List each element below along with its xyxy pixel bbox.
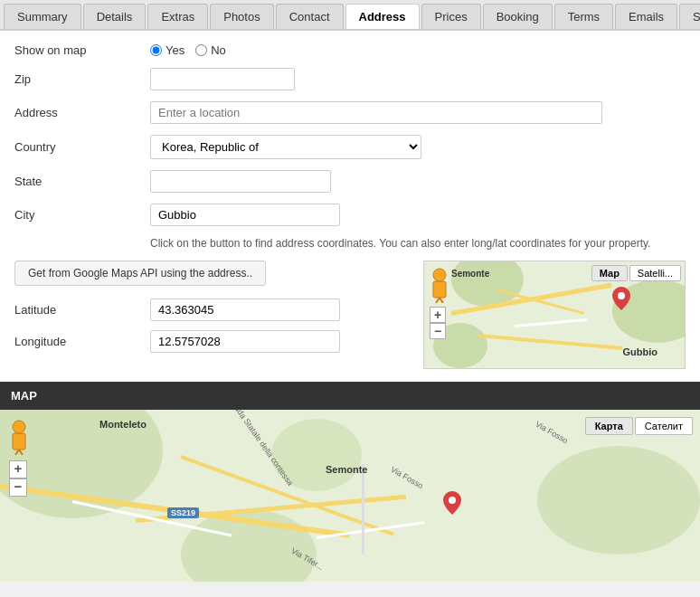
zoom-out-btn[interactable]: −	[430, 323, 446, 339]
svg-point-0	[618, 292, 625, 299]
gubbio-label: Gubbio	[623, 346, 658, 357]
city-label: City	[14, 208, 150, 222]
zip-row: Zip	[14, 68, 686, 90]
address-form: Show on map Yes No Zip Address Country	[0, 31, 700, 382]
yes-radio-label[interactable]: Yes	[150, 43, 184, 57]
svg-line-4	[440, 298, 443, 303]
tabs-bar: Summary Details Extras Photos Contact Ad…	[0, 0, 700, 31]
no-label: No	[211, 43, 226, 57]
full-map-controls: Карта Сателит	[585, 417, 693, 435]
address-field	[150, 101, 686, 124]
full-road-gray-v	[362, 464, 364, 554]
no-radio[interactable]	[195, 44, 207, 56]
latitude-row: Latitude	[14, 298, 409, 321]
tab-photos[interactable]: Photos	[210, 4, 273, 29]
address-input[interactable]	[150, 101, 602, 124]
svg-rect-1	[433, 281, 446, 298]
tab-prices[interactable]: Prices	[421, 4, 481, 29]
country-label: Country	[14, 140, 150, 154]
show-on-map-row: Show on map Yes No	[14, 43, 686, 57]
svg-rect-6	[13, 433, 25, 450]
yes-radio[interactable]	[150, 44, 162, 56]
get-coords-button[interactable]: Get from Google Maps API using the addre…	[14, 261, 266, 286]
city-field	[150, 204, 686, 226]
longitude-row: Longitude	[14, 330, 409, 353]
map-pin	[612, 287, 630, 310]
show-on-map-label: Show on map	[14, 43, 150, 57]
get-coords-row: Get from Google Maps API using the addre…	[14, 261, 409, 286]
full-karta-btn[interactable]: Карта	[585, 417, 633, 435]
city-row: City	[14, 204, 686, 226]
no-radio-label[interactable]: No	[195, 43, 226, 57]
full-terrain-2	[537, 446, 700, 554]
zoom-in-btn[interactable]: +	[430, 307, 446, 323]
tab-details[interactable]: Details	[83, 4, 147, 29]
map-controls-top: Map Satelli...	[591, 265, 681, 281]
state-label: State	[14, 175, 150, 188]
country-row: Country Korea, Republic of	[14, 135, 686, 159]
tab-address[interactable]: Address	[345, 4, 420, 29]
map-section-header: MAP	[0, 382, 700, 410]
state-row: State	[14, 170, 686, 193]
state-input[interactable]	[150, 170, 331, 193]
tab-booking[interactable]: Booking	[483, 4, 553, 29]
address-label: Address	[14, 106, 150, 119]
tab-extras[interactable]: Extras	[147, 4, 208, 29]
tab-emails[interactable]: Emails	[615, 4, 677, 29]
streetview-icon[interactable]	[430, 267, 449, 303]
coords-and-map: Get from Google Maps API using the addre…	[14, 261, 686, 369]
full-streetview-icon[interactable]	[9, 419, 29, 458]
coords-section: Get from Google Maps API using the addre…	[14, 261, 409, 362]
map-full: SS219 Monteleto Semonte + − Карта Сатели…	[0, 410, 700, 582]
show-on-map-field: Yes No	[150, 43, 686, 57]
address-row: Address	[14, 101, 686, 124]
tab-terms[interactable]: Terms	[554, 4, 613, 29]
road-white-1	[515, 318, 587, 327]
semonte-label: Semonte	[451, 269, 489, 279]
tab-summary[interactable]: Summary	[4, 4, 81, 29]
zip-field	[150, 68, 686, 90]
full-zoom-out-btn[interactable]: −	[9, 479, 27, 497]
yes-label: Yes	[166, 43, 184, 57]
tab-seo[interactable]: SEO	[679, 4, 700, 29]
via-fosso-label-1: Via Fosso	[389, 465, 425, 491]
map-section-title: MAP	[11, 389, 37, 403]
state-field	[150, 170, 686, 193]
zip-input[interactable]	[150, 68, 295, 90]
full-satelit-btn[interactable]: Сателит	[635, 417, 693, 435]
full-zoom-in-btn[interactable]: +	[9, 460, 27, 479]
map-thumbnail: Semonte Gubbio Map Satelli...	[423, 261, 686, 369]
full-map-pin	[443, 491, 461, 515]
thumbnail-satellite-btn[interactable]: Satelli...	[629, 265, 681, 281]
hint-text: Click on the button to find address coor…	[14, 237, 686, 250]
country-select[interactable]: Korea, Republic of	[150, 135, 421, 159]
full-zoom-buttons: + −	[9, 460, 27, 497]
via-fosso-label-2: Via Fosso	[534, 420, 570, 446]
zoom-buttons: + −	[430, 307, 446, 339]
zip-label: Zip	[14, 72, 150, 86]
svg-line-9	[19, 450, 23, 455]
full-semonte-label: Semonte	[326, 464, 367, 475]
longitude-label: Longitude	[14, 335, 150, 348]
road-main-2	[478, 334, 623, 350]
city-input[interactable]	[150, 204, 340, 226]
full-monteleto-label: Monteleto	[99, 419, 147, 430]
svg-point-2	[433, 269, 446, 281]
country-field: Korea, Republic of	[150, 135, 686, 159]
tab-contact[interactable]: Contact	[276, 4, 344, 29]
latitude-label: Latitude	[14, 303, 150, 317]
svg-point-7	[13, 421, 25, 433]
longitude-input[interactable]	[150, 330, 340, 353]
latitude-input[interactable]	[150, 298, 340, 321]
svg-point-5	[449, 497, 456, 504]
ss219-badge: SS219	[167, 507, 199, 518]
thumbnail-map-btn[interactable]: Map	[591, 265, 628, 281]
